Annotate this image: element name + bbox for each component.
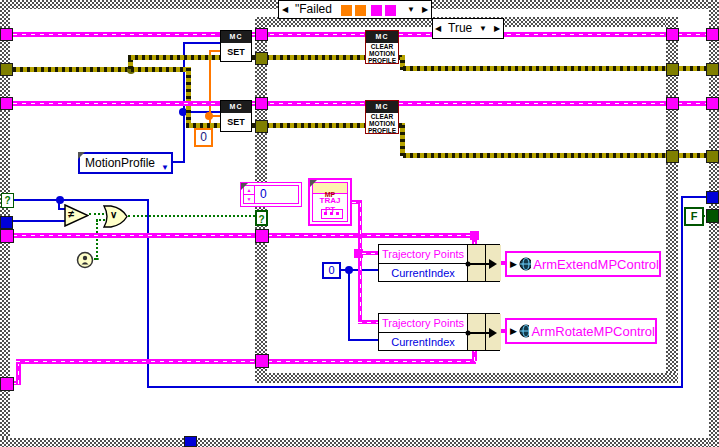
global-label: ArmRotateMPControl: [531, 324, 655, 339]
wire-pink-bottom-inner: [268, 359, 476, 364]
wire-blue-long-vert-right: [681, 196, 683, 388]
marker-square-orange-2: [355, 5, 366, 16]
tunnel-pink-inner-left-2[interactable]: [255, 97, 268, 110]
wire-pink-cluster-left: [13, 233, 255, 238]
tunnel-pink-outer-right-1[interactable]: [706, 28, 719, 41]
case-prev-icon[interactable]: ◀: [282, 5, 288, 15]
person-circle-icon: [76, 251, 94, 269]
tunnel-pink-outer-right-2[interactable]: [706, 97, 719, 110]
tunnel-pink-outer-left-1[interactable]: [0, 28, 13, 41]
tunnel-pink-inner-right-2[interactable]: [666, 97, 679, 110]
bundle-by-name-2[interactable]: Trajectory Points CurrentIndex: [378, 313, 500, 351]
false-constant[interactable]: F: [684, 207, 704, 226]
wire-error-cmp2-to-right: [403, 153, 706, 158]
wire-blue-long-bottom: [147, 386, 683, 388]
inner-selector-terminal[interactable]: ?: [255, 210, 268, 226]
outer-case-selector-label[interactable]: "Failed: [295, 2, 332, 16]
orange-zero-value: 0: [200, 130, 207, 144]
mc-clear-motion-profile-node-2[interactable]: MC CLEAR MOTION PROFILE: [365, 100, 399, 134]
chevron-down-icon[interactable]: ▼: [161, 159, 169, 177]
wire-zero-to-bundle2: [348, 339, 378, 341]
tunnel-pink-inner-left-1[interactable]: [255, 28, 268, 41]
mc-clear-motion-profile-node-1[interactable]: MC CLEAR MOTION PROFILE: [365, 30, 399, 64]
mc-set-node-2[interactable]: MC SET: [220, 100, 252, 132]
wire-bool-neq-to-or: [89, 213, 104, 215]
tunnel-error-inner-right-2[interactable]: [666, 150, 679, 163]
wire-blue-to-set1: [183, 42, 220, 44]
not-equal-node[interactable]: ≠: [64, 204, 89, 227]
wire-pink-top-1: [13, 32, 220, 37]
tunnel-error-outer-right-2[interactable]: [706, 150, 719, 163]
spinner-down-icon[interactable]: ▼: [244, 195, 255, 204]
blue-zero-constant[interactable]: 0: [322, 262, 341, 279]
motion-profile-enum[interactable]: MotionProfile ▼: [78, 152, 173, 174]
wire-error-branch-h: [131, 67, 190, 72]
wire-bool-acircle-vert: [96, 220, 98, 260]
fold-corner-icon: [78, 152, 85, 159]
bundle-arrow-icon: [463, 258, 499, 270]
false-constant-value: F: [691, 210, 698, 222]
tunnel-error-outer-right-1[interactable]: [706, 63, 719, 76]
spinner-value[interactable]: 0: [260, 187, 267, 201]
tunnel-pink-outer-left-4[interactable]: [0, 377, 14, 391]
wire-error-to-set1: [128, 55, 220, 60]
index-spinner-control[interactable]: ▲ ▼ 0: [240, 182, 302, 207]
bundle-field-trajectory-points[interactable]: Trajectory Points: [379, 245, 467, 264]
tunnel-green-outer-right[interactable]: [706, 209, 719, 223]
orange-zero-constant[interactable]: 0: [194, 128, 213, 147]
tunnel-error-inner-left-2[interactable]: [255, 120, 268, 133]
tunnel-pink-inner-left-4[interactable]: [255, 354, 269, 368]
global-arm-extend-mp-control[interactable]: ▶ ArmExtendMPControl: [505, 251, 661, 277]
tunnel-error-inner-right-1[interactable]: [666, 63, 679, 76]
motion-profile-label: MotionProfile: [85, 156, 155, 170]
outer-case-selector[interactable]: ◀ "Failed ▼ ▶: [278, 0, 432, 19]
wire-pink-cluster-inner: [268, 233, 476, 238]
wire-pink-mid-1: [13, 101, 220, 106]
bundle-arrow-icon: [463, 327, 499, 339]
mc-node-header: MC: [221, 101, 251, 113]
mc-set-node-1[interactable]: MC SET: [220, 30, 252, 62]
mc-set-label: SET: [227, 117, 245, 127]
case-next-icon[interactable]: ▶: [494, 24, 500, 34]
tunnel-pink-outer-left-3[interactable]: [0, 229, 14, 243]
inner-case-selector[interactable]: ◀ True ▼ ▶: [432, 18, 504, 39]
wire-selector-blue-h1: [14, 199, 149, 201]
wire-pink-to-bundle1-tp: [362, 251, 378, 255]
inner-case-selector-label[interactable]: True: [448, 21, 472, 35]
tunnel-blue-outer-left[interactable]: [0, 216, 13, 229]
case-next-icon[interactable]: ▶: [422, 5, 428, 15]
labview-block-diagram: ◀ "Failed ▼ ▶ ◀ True ▼ ▶ MC SET MC SET M…: [0, 0, 719, 447]
bundle-field-currentindex[interactable]: CurrentIndex: [379, 264, 467, 283]
vi-glyph-graphic: [321, 209, 343, 219]
case-prev-icon[interactable]: ◀: [435, 24, 441, 34]
mp-trajectory-vi-icon[interactable]: MP TRAJ PT: [308, 178, 352, 226]
tunnel-pink-inner-left-3[interactable]: [255, 229, 269, 243]
or-glyph: ∨: [110, 209, 117, 220]
outer-selector-terminal[interactable]: ?: [1, 193, 14, 208]
tunnel-pink-inner-right-1[interactable]: [666, 28, 679, 41]
case-dropdown-icon[interactable]: ▼: [479, 24, 487, 34]
wire-blue-to-right-tunnel: [683, 196, 708, 198]
bundle-field-trajectory-points[interactable]: Trajectory Points: [379, 314, 467, 333]
tunnel-blue-outer-bottom[interactable]: [184, 436, 197, 447]
inner-case-border-bottom: [255, 373, 678, 383]
tunnel-error-outer-left[interactable]: [0, 63, 13, 76]
bundle-by-name-1[interactable]: Trajectory Points CurrentIndex: [378, 244, 500, 282]
tunnel-blue-outer-right[interactable]: [706, 191, 719, 204]
mc-node-header: MC: [366, 31, 398, 43]
mc-node-header: MC: [221, 31, 251, 43]
profile-label: PROFILE: [368, 57, 396, 64]
wire-blue-to-neq-b: [13, 220, 65, 222]
tunnel-error-inner-left-1[interactable]: [255, 52, 268, 65]
not-equal-glyph: ≠: [68, 208, 74, 220]
tunnel-pink-outer-left-2[interactable]: [0, 97, 13, 110]
or-gate-node[interactable]: ∨: [103, 205, 128, 228]
case-dropdown-icon[interactable]: ▼: [407, 5, 415, 15]
play-icon: ▶: [510, 259, 517, 269]
global-arm-rotate-mp-control[interactable]: ▶ ArmRotateMPControl: [505, 318, 657, 344]
globe-icon: [519, 257, 531, 271]
fold-corner-icon: [310, 180, 317, 187]
motion-label: MOTION: [369, 50, 395, 57]
bundle-field-currentindex[interactable]: CurrentIndex: [379, 333, 467, 352]
abort-status-node[interactable]: [76, 251, 94, 269]
